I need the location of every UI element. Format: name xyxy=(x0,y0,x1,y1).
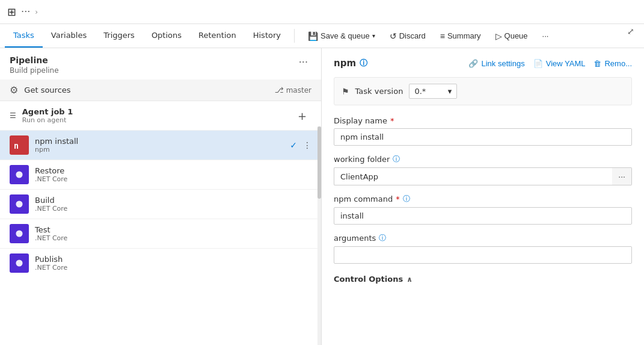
npm-install-more-button[interactable]: ⋮ xyxy=(303,140,311,150)
discard-icon: ↺ xyxy=(390,31,397,41)
task-version-value: 0.* xyxy=(414,87,426,96)
npm-command-info-icon[interactable]: ⓘ xyxy=(403,194,410,204)
tab-history[interactable]: History xyxy=(245,24,289,48)
arguments-input[interactable] xyxy=(334,246,632,264)
task-item-publish[interactable]: Publish .NET Core xyxy=(0,248,321,278)
task-version-label: Task version xyxy=(355,87,403,96)
scrollbar[interactable] xyxy=(317,126,321,345)
arguments-info-icon[interactable]: ⓘ xyxy=(379,233,386,243)
control-options-label: Control Options xyxy=(334,275,403,284)
npm-title-label: npm xyxy=(334,58,356,69)
display-name-group: Display name * xyxy=(334,116,632,146)
npm-command-input[interactable] xyxy=(334,207,632,225)
queue-icon: ▷ xyxy=(495,31,502,41)
right-panel-title: npm ⓘ xyxy=(334,58,367,69)
save-queue-chevron-icon: ▾ xyxy=(372,33,375,39)
svg-text:n: n xyxy=(14,141,19,151)
publish-task-icon xyxy=(10,253,29,273)
link-settings-icon: 🔗 xyxy=(468,59,478,68)
task-item-test[interactable]: Test .NET Core xyxy=(0,219,321,248)
control-options-header[interactable]: Control Options ∧ xyxy=(334,275,632,284)
arguments-label: arguments ⓘ xyxy=(334,233,632,243)
working-folder-input[interactable] xyxy=(334,167,612,185)
working-folder-browse-button[interactable]: ··· xyxy=(612,167,632,185)
agent-job-info: Agent job 1 Run on agent xyxy=(22,107,73,124)
add-task-button[interactable]: + xyxy=(293,108,311,123)
restore-info: Restore .NET Core xyxy=(35,166,311,183)
task-item-restore[interactable]: Restore .NET Core xyxy=(0,160,321,189)
nav-more-button[interactable]: ··· xyxy=(536,29,555,43)
nav-tabs: Tasks Variables Triggers Options Retenti… xyxy=(0,24,644,48)
tab-variables[interactable]: Variables xyxy=(43,24,95,48)
scroll-thumb[interactable] xyxy=(317,126,321,199)
pipeline-header: Pipeline Build pipeline ··· xyxy=(0,48,321,79)
get-sources-icon: ⚙ xyxy=(10,84,18,96)
nav-divider xyxy=(294,29,295,43)
pipeline-info: Pipeline Build pipeline xyxy=(10,55,59,75)
view-yaml-button[interactable]: 📄 View YAML xyxy=(533,59,586,68)
display-name-required: * xyxy=(390,116,394,125)
main-layout: Pipeline Build pipeline ··· ⚙ Get source… xyxy=(0,48,644,345)
publish-name: Publish xyxy=(35,255,311,264)
branch-name: master xyxy=(286,86,311,95)
nav-actions: 💾 Save & queue ▾ ↺ Discard ≡ Summary ▷ Q… xyxy=(302,24,554,48)
right-panel-header: npm ⓘ 🔗 Link settings 📄 View YAML 🗑 Remo… xyxy=(334,58,632,69)
app-icon: ⊞ xyxy=(7,5,16,18)
save-queue-button[interactable]: 💾 Save & queue ▾ xyxy=(302,29,381,43)
tab-retention[interactable]: Retention xyxy=(190,24,245,48)
breadcrumb-chevron: › xyxy=(35,8,38,16)
task-version-select[interactable]: 0.* ▾ xyxy=(409,84,457,99)
get-sources-item[interactable]: ⚙ Get sources ⎇ master xyxy=(0,79,321,101)
display-name-label: Display name * xyxy=(334,116,632,125)
task-item-build[interactable]: Build .NET Core xyxy=(0,189,321,219)
test-name: Test xyxy=(35,225,311,234)
link-settings-button[interactable]: 🔗 Link settings xyxy=(468,59,524,68)
summary-icon: ≡ xyxy=(440,31,445,41)
working-folder-info-icon[interactable]: ⓘ xyxy=(393,154,400,164)
restore-task-icon xyxy=(10,165,29,184)
working-folder-input-group: ··· xyxy=(334,167,632,185)
agent-job-sub: Run on agent xyxy=(22,116,73,124)
summary-button[interactable]: ≡ Summary xyxy=(434,29,487,43)
tab-tasks[interactable]: Tasks xyxy=(5,24,43,48)
task-item-npm-install[interactable]: n npm install npm ✓ ⋮ xyxy=(0,130,321,160)
queue-button[interactable]: ▷ Queue xyxy=(489,29,534,43)
svg-point-3 xyxy=(16,171,22,178)
test-sub: .NET Core xyxy=(35,234,311,242)
agent-job-label: Agent job 1 xyxy=(22,107,73,116)
pipeline-more-button[interactable]: ··· xyxy=(295,55,311,69)
get-sources-branch: ⎇ master xyxy=(275,85,311,95)
left-panel: Pipeline Build pipeline ··· ⚙ Get source… xyxy=(0,48,322,345)
agent-job-icon: ☰ xyxy=(10,111,16,120)
pipeline-subtitle: Build pipeline xyxy=(10,66,59,75)
svg-point-9 xyxy=(16,260,22,266)
top-more-button[interactable]: ··· xyxy=(21,6,30,17)
npm-install-info: npm install npm xyxy=(35,137,284,154)
display-name-input[interactable] xyxy=(334,128,632,146)
build-info: Build .NET Core xyxy=(35,196,311,213)
build-task-icon xyxy=(10,194,29,214)
tab-triggers[interactable]: Triggers xyxy=(95,24,143,48)
build-name: Build xyxy=(35,196,311,205)
tab-options[interactable]: Options xyxy=(143,24,190,48)
npm-command-label: npm command * ⓘ xyxy=(334,194,632,204)
expand-button[interactable]: ⤢ xyxy=(622,24,639,48)
restore-name: Restore xyxy=(35,166,311,175)
control-options-chevron-icon: ∧ xyxy=(406,275,412,284)
publish-sub: .NET Core xyxy=(35,264,311,272)
right-panel: npm ⓘ 🔗 Link settings 📄 View YAML 🗑 Remo… xyxy=(322,48,644,345)
npm-command-required: * xyxy=(396,194,400,204)
npm-info-icon[interactable]: ⓘ xyxy=(360,58,367,69)
view-yaml-icon: 📄 xyxy=(533,59,543,68)
test-info: Test .NET Core xyxy=(35,225,311,242)
build-sub: .NET Core xyxy=(35,205,311,213)
task-version-chevron-icon: ▾ xyxy=(448,87,452,96)
save-icon: 💾 xyxy=(308,31,318,41)
branch-icon: ⎇ xyxy=(275,85,284,95)
pipeline-title: Pipeline xyxy=(10,55,59,65)
working-folder-label: working folder ⓘ xyxy=(334,154,632,164)
npm-install-icon: n xyxy=(10,135,29,155)
discard-button[interactable]: ↺ Discard xyxy=(384,29,432,43)
npm-install-sub: npm xyxy=(35,146,284,154)
remove-button[interactable]: 🗑 Remo... xyxy=(593,59,632,68)
